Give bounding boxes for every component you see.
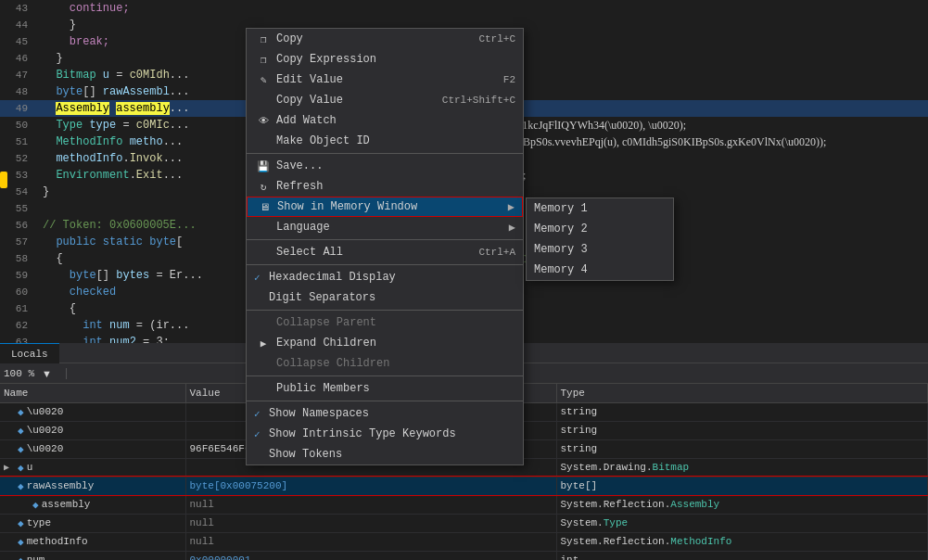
menu-item-copy-expression[interactable]: ❐ Copy Expression: [247, 49, 523, 70]
namespaces-check-icon: ✓: [254, 408, 269, 420]
type-cell: byte[]: [556, 477, 928, 495]
menu-digit-sep-label: Digit Separators: [269, 291, 515, 304]
menu-collapse-parent-label: Collapse Parent: [276, 316, 515, 329]
locals-row-rawassembly[interactable]: ◆ rawAssembly byte[0x00075200] byte[]: [0, 477, 928, 495]
menu-language-label: Language: [276, 221, 502, 234]
type-icon-blue-mi: ◆: [18, 536, 24, 548]
zoom-level: 100 %: [4, 368, 34, 379]
menu-expand-children-label: Expand Children: [276, 337, 515, 350]
menu-item-collapse-parent[interactable]: Collapse Parent: [247, 312, 523, 333]
expand-icon-u[interactable]: ▶: [4, 462, 15, 473]
menu-item-add-watch[interactable]: 👁 Add Watch: [247, 110, 523, 131]
code-line-43: 43 continue;: [0, 0, 928, 17]
copy-icon: ❐: [254, 33, 273, 45]
name-cell: ◆ methodInfo: [0, 532, 185, 551]
menu-collapse-children-label: Collapse Children: [276, 357, 515, 370]
value-cell: null: [185, 495, 556, 514]
menu-edit-shortcut: F2: [503, 74, 515, 85]
memory-arrow-icon: ▶: [508, 200, 515, 214]
menu-item-select-all[interactable]: Select All Ctrl+A: [247, 242, 523, 262]
menu-item-refresh[interactable]: ↻ Refresh: [247, 176, 523, 197]
memory-submenu-item-4[interactable]: Memory 4: [527, 260, 673, 280]
menu-item-copy-value[interactable]: Copy Value Ctrl+Shift+C: [247, 90, 523, 110]
type-icon-blue-num: ◆: [18, 554, 24, 561]
name-cell: ◆ \u0020: [0, 402, 185, 421]
menu-item-save[interactable]: 💾 Save...: [247, 156, 523, 176]
type-cell: System.Drawing.Bitmap: [556, 458, 928, 477]
edit-icon: ✎: [254, 74, 273, 86]
value-cell: byte[0x00075200]: [185, 477, 556, 495]
menu-copy-expr-label: Copy Expression: [276, 53, 497, 66]
separator-6: [247, 401, 523, 401]
expand-children-icon: ▶: [254, 337, 273, 350]
menu-item-show-intrinsic[interactable]: ✓ Show Intrinsic Type Keywords: [247, 424, 523, 444]
col-header-name: Name: [0, 384, 185, 402]
menu-tokens-label: Show Tokens: [269, 448, 515, 461]
context-menu: ❐ Copy Ctrl+C ❐ Copy Expression ✎ Edit V…: [246, 28, 524, 465]
menu-intrinsic-label: Show Intrinsic Type Keywords: [269, 427, 515, 440]
locals-row-type[interactable]: ◆ type null System.Type: [0, 514, 928, 532]
locals-row-assembly[interactable]: ◆ assembly null System.Reflection.Assemb…: [0, 495, 928, 514]
type-icon-blue-3: ◆: [18, 443, 24, 455]
type-cell: System.Reflection.MethodInfo: [556, 532, 928, 551]
menu-item-hex[interactable]: ✓ Hexadecimal Display: [247, 267, 523, 287]
type-icon-blue: ◆: [18, 406, 24, 418]
menu-public-members-label: Public Members: [276, 382, 515, 395]
memory-icon: 🖥: [255, 201, 273, 213]
name-cell: ◆ num: [0, 551, 185, 560]
name-cell: ◆ \u0020: [0, 439, 185, 458]
separator-2: [247, 239, 523, 240]
menu-item-digit-sep[interactable]: Digit Separators: [247, 287, 523, 308]
menu-item-expand-children[interactable]: ▶ Expand Children: [247, 333, 523, 353]
type-cell: System.Type: [556, 514, 928, 532]
menu-copy-shortcut: Ctrl+C: [478, 33, 515, 45]
type-icon-blue-u: ◆: [18, 462, 24, 474]
menu-item-public-members[interactable]: Public Members: [247, 378, 523, 399]
menu-item-language[interactable]: Language ▶: [247, 217, 523, 237]
menu-select-all-shortcut: Ctrl+A: [478, 247, 515, 258]
menu-item-show-tokens[interactable]: Show Tokens: [247, 444, 523, 465]
separator-3: [247, 264, 523, 265]
value-cell: null: [185, 532, 556, 551]
menu-select-all-label: Select All: [276, 246, 460, 259]
scroll-indicator: [0, 172, 7, 188]
zoom-dropdown-button[interactable]: ▼: [38, 366, 56, 381]
menu-item-show-namespaces[interactable]: ✓ Show Namespaces: [247, 403, 523, 424]
name-cell: ◆ \u0020: [0, 421, 185, 439]
copy-expr-icon: ❐: [254, 54, 273, 66]
menu-item-edit-value[interactable]: ✎ Edit Value F2: [247, 70, 523, 90]
menu-item-collapse-children[interactable]: Collapse Children: [247, 353, 523, 374]
watch-icon: 👁: [254, 115, 273, 127]
separator-1: [247, 153, 523, 154]
menu-item-copy[interactable]: ❐ Copy Ctrl+C: [247, 29, 523, 49]
col-header-type: Type: [556, 384, 928, 402]
language-arrow-icon: ▶: [509, 221, 515, 235]
memory-submenu-label-1: Memory 1: [534, 202, 666, 215]
memory-submenu-item-1[interactable]: Memory 1: [527, 198, 673, 219]
memory-submenu-item-2[interactable]: Memory 2: [527, 219, 673, 239]
save-icon: 💾: [254, 160, 273, 172]
value-cell: 0x00000001: [185, 551, 556, 560]
type-cell: int: [556, 551, 928, 560]
type-cell: string: [556, 439, 928, 458]
name-cell: ◆ assembly: [0, 495, 185, 514]
menu-item-show-memory[interactable]: 🖥 Show in Memory Window ▶ Memory 1 Memor…: [247, 197, 523, 217]
intrinsic-check-icon: ✓: [254, 428, 269, 440]
separator-5: [247, 375, 523, 376]
type-cell: string: [556, 402, 928, 421]
locals-row-methodinfo[interactable]: ◆ methodInfo null System.Reflection.Meth…: [0, 532, 928, 551]
menu-save-label: Save...: [276, 159, 515, 172]
menu-copy-label: Copy: [276, 32, 460, 45]
name-cell: ▶ ◆ u: [0, 458, 185, 477]
locals-row-num[interactable]: ◆ num 0x00000001 int: [0, 551, 928, 560]
refresh-icon: ↻: [254, 181, 273, 193]
memory-submenu-label-4: Memory 4: [534, 263, 666, 276]
menu-item-make-object-id[interactable]: Make Object ID: [247, 131, 523, 151]
tab-locals[interactable]: Locals: [0, 343, 59, 363]
menu-watch-label: Add Watch: [276, 114, 515, 127]
menu-copy-val-label: Copy Value: [276, 94, 424, 107]
menu-namespaces-label: Show Namespaces: [269, 407, 515, 420]
type-icon-blue-2: ◆: [18, 425, 24, 437]
memory-submenu-item-3[interactable]: Memory 3: [527, 239, 673, 260]
menu-object-id-label: Make Object ID: [276, 134, 515, 147]
